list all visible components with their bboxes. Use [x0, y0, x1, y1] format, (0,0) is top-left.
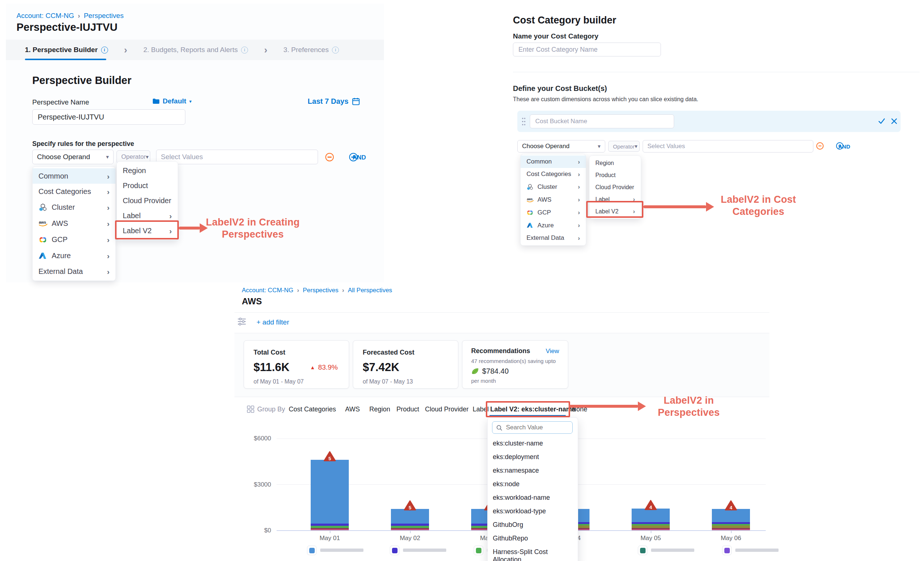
menu-item-cluster[interactable]: Cluster›: [520, 180, 586, 193]
group-by-label-item[interactable]: Label: [472, 406, 489, 413]
leaf-icon: [471, 368, 479, 375]
dropdown-option-githubrepo[interactable]: GithubRepo: [488, 532, 578, 545]
choose-operand-dropdown[interactable]: Choose Operand▾: [518, 140, 605, 152]
group-by-cost-categories[interactable]: Cost Categories: [289, 406, 336, 413]
breadcrumb-account-link[interactable]: Account: CCM-NG: [242, 287, 294, 294]
y-axis-label-0: $0: [242, 527, 271, 534]
anomaly-badge[interactable]: 5: [324, 451, 336, 462]
date-range-picker[interactable]: Last 7 Days: [306, 97, 360, 105]
submenu-item-cloud-provider[interactable]: Cloud Provider: [590, 181, 641, 193]
label-v2-value-dropdown: eks:cluster-name eks:deployment eks:name…: [487, 417, 578, 561]
cost-bucket-name-input[interactable]: [530, 114, 674, 128]
legend-label-clipped: [403, 549, 446, 552]
tab-budgets-reports-alerts[interactable]: 2. Budgets, Reports and Alerts: [143, 46, 248, 54]
chart-bar-may-02[interactable]: [391, 509, 429, 530]
anomaly-badge[interactable]: 5: [404, 500, 416, 511]
group-by-region[interactable]: Region: [369, 406, 390, 413]
legend-item[interactable]: [390, 546, 446, 555]
legend-item[interactable]: [638, 546, 694, 555]
breadcrumb-perspectives-link[interactable]: Perspectives: [84, 12, 124, 20]
search-value-input[interactable]: [505, 424, 566, 432]
view-link[interactable]: View: [546, 347, 559, 355]
dropdown-option-harness-split[interactable]: Harness-Split Cost Allocation: [488, 545, 578, 561]
group-by-aws[interactable]: AWS: [345, 406, 360, 413]
azure-icon: [526, 223, 534, 228]
menu-item-cluster[interactable]: Cluster›: [33, 199, 116, 215]
operand-menu: Common› Cost Categories› Cluster› aws AW…: [32, 167, 116, 281]
select-values-input[interactable]: Select Values: [156, 150, 318, 164]
menu-item-aws[interactable]: aws AWS›: [33, 215, 116, 232]
legend-item[interactable]: [307, 546, 363, 555]
dropdown-option-eks-workload-name[interactable]: eks:workload-name: [488, 491, 578, 505]
dropdown-option-eks-namespace[interactable]: eks:namespace: [488, 464, 578, 477]
select-values-input[interactable]: Select Values: [643, 140, 813, 152]
cost-category-name-input[interactable]: [513, 42, 661, 56]
breadcrumb-all-perspectives-link[interactable]: All Perspectives: [348, 287, 392, 294]
menu-item-azure[interactable]: Azure›: [33, 248, 116, 264]
menu-item-common[interactable]: Common›: [33, 168, 116, 184]
search-value-box[interactable]: [492, 421, 573, 434]
annotation-arrow: [568, 405, 638, 408]
menu-item-cost-categories[interactable]: Cost Categories›: [33, 184, 116, 199]
chevron-down-icon: ▾: [597, 143, 600, 150]
forecasted-cost-period: of May 07 - May 13: [363, 378, 448, 385]
submenu-item-label-v2[interactable]: Label V2›: [590, 205, 641, 217]
group-by-product[interactable]: Product: [396, 406, 419, 413]
dropdown-option-githuborg[interactable]: GithubOrg: [488, 518, 578, 532]
recommendations-period: per month: [471, 378, 559, 384]
legend-swatch: [474, 546, 483, 555]
group-by-cloud-provider[interactable]: Cloud Provider: [425, 406, 469, 413]
dropdown-option-eks-deployment[interactable]: eks:deployment: [488, 450, 578, 464]
menu-item-external-data[interactable]: External Data›: [520, 232, 586, 244]
choose-operand-dropdown[interactable]: Choose Operand▾: [32, 150, 114, 164]
menu-item-external-data[interactable]: External Data›: [33, 264, 116, 279]
submenu-item-label[interactable]: Label›: [117, 208, 178, 223]
and-operator-button[interactable]: AND: [352, 154, 366, 161]
confirm-check-icon[interactable]: [878, 117, 885, 126]
chevron-down-icon: ▾: [146, 153, 149, 160]
menu-item-gcp[interactable]: GCP›: [33, 232, 116, 248]
svg-text:aws: aws: [527, 197, 533, 200]
tab-preferences[interactable]: 3. Preferences: [284, 46, 339, 54]
legend-item[interactable]: [722, 546, 778, 555]
submenu-item-cloud-provider[interactable]: Cloud Provider: [117, 193, 178, 208]
perspective-name-input[interactable]: [32, 109, 185, 125]
chart-bar-may-01[interactable]: [310, 460, 349, 530]
dropdown-option-eks-node[interactable]: eks:node: [488, 477, 578, 491]
submenu-item-region[interactable]: Region: [117, 163, 178, 178]
submenu-item-product[interactable]: Product: [117, 178, 178, 193]
breadcrumb-account-link[interactable]: Account: CCM-NG: [16, 12, 74, 20]
add-filter-button[interactable]: + add filter: [256, 318, 289, 326]
menu-item-azure[interactable]: Azure›: [520, 219, 586, 232]
chart-bar-may-06[interactable]: [712, 509, 750, 530]
submenu-item-label[interactable]: Label›: [590, 193, 641, 205]
folder-selector[interactable]: Default ▾: [152, 97, 192, 105]
menu-item-gcp[interactable]: GCP›: [520, 206, 586, 219]
anomaly-badge[interactable]: 4: [725, 500, 737, 511]
info-icon[interactable]: [101, 47, 108, 54]
breadcrumb-perspectives-link[interactable]: Perspectives: [303, 287, 338, 294]
tab-perspective-builder[interactable]: 1. Perspective Builder: [25, 46, 108, 54]
submenu-item-product[interactable]: Product: [590, 169, 641, 181]
menu-item-cost-categories[interactable]: Cost Categories›: [520, 168, 586, 180]
remove-rule-button[interactable]: [816, 142, 824, 150]
group-by-label-v2-active[interactable]: Label V2: eks:cluster-name: [490, 406, 576, 413]
dropdown-option-eks-workload-type[interactable]: eks:workload-type: [488, 505, 578, 518]
annotation-creating-perspectives: LabelV2 in Creating Perspectives: [205, 217, 300, 241]
remove-rule-button[interactable]: [326, 153, 334, 161]
close-icon[interactable]: [891, 118, 897, 126]
dropdown-option-eks-cluster-name[interactable]: eks:cluster-name: [488, 437, 578, 450]
submenu-item-region[interactable]: Region: [590, 157, 641, 169]
total-cost-delta: 83.9%: [318, 363, 338, 371]
legend-swatch: [722, 546, 732, 555]
chart-bar-may-05[interactable]: [632, 508, 670, 530]
operator-dropdown[interactable]: Operator▾: [608, 141, 640, 152]
filter-icon[interactable]: [237, 317, 246, 327]
submenu-item-label-v2[interactable]: Label V2›: [117, 223, 178, 238]
and-operator-button[interactable]: AND: [838, 143, 850, 150]
drag-handle-icon[interactable]: [522, 117, 526, 127]
menu-item-aws[interactable]: aws AWS›: [520, 193, 586, 206]
menu-item-common[interactable]: Common›: [520, 155, 586, 168]
search-icon: [496, 425, 502, 431]
anomaly-badge[interactable]: 4: [645, 500, 657, 510]
